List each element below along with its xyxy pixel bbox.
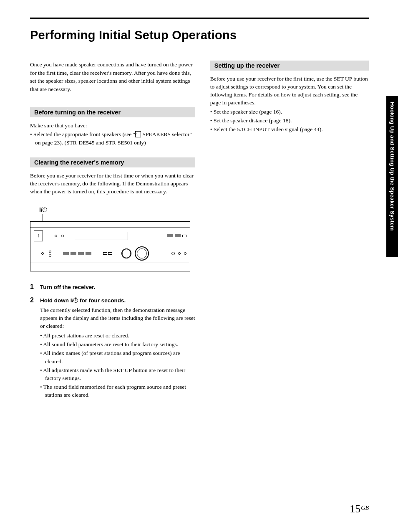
boxed-number-icon: 7: [135, 131, 141, 137]
receiver-diagram: [30, 221, 190, 271]
page-number-main: 15: [350, 503, 360, 515]
power-label-prefix: I/: [39, 206, 43, 213]
step-2-bullet-4: All adjustments made with the SET UP but…: [40, 366, 195, 382]
page-number: 15GB: [350, 503, 369, 515]
small-dial: [121, 248, 131, 258]
setup-bullet-3: Select the 5.1CH INPUT video signal (pag…: [210, 125, 369, 133]
section-head-setup: Setting up the receiver: [210, 61, 369, 71]
section-head-before: Before turning on the receiver: [30, 107, 195, 117]
before-lead: Make sure that you have:: [30, 122, 195, 129]
leader-line: [43, 214, 195, 221]
step-2-number: 2: [30, 296, 36, 400]
side-tab-label: Hooking Up and Setting Up the Speaker Sy…: [389, 102, 395, 231]
power-icon: [73, 298, 78, 303]
display-panel: [74, 232, 128, 240]
setup-lead: Before you use your receiver for the fir…: [210, 75, 369, 107]
power-icon: [43, 208, 47, 212]
eject-slot-icon: [34, 231, 43, 241]
clearing-lead: Before you use your receiver for the fir…: [30, 172, 195, 195]
step-2-bullet-1: All preset stations are reset or cleared…: [40, 332, 195, 339]
step-2-body: The currently selected function, then th…: [40, 306, 195, 330]
step-2-bullet-3: All index names (of preset stations and …: [40, 349, 195, 365]
section-head-clearing: Clearing the receiver's memory: [30, 157, 195, 167]
before-bullet-pre: Selected the appropriate front speakers …: [33, 131, 135, 137]
step-1: 1 Turn off the receiver.: [30, 283, 195, 291]
step-1-number: 1: [30, 283, 36, 291]
step-2-title-post: for four seconds.: [78, 297, 126, 304]
step-2-bullet-5: The sound field memorized for each progr…: [40, 383, 195, 399]
setup-bullet-2: Set the speaker distance (page 18).: [210, 117, 369, 124]
step-2-title-pre: Hold down I/: [40, 297, 73, 304]
before-bullet-1: Selected the appropriate front speakers …: [30, 130, 195, 146]
side-tab: Hooking Up and Setting Up the Speaker Sy…: [386, 96, 398, 257]
intro-paragraph: Once you have made speaker connections a…: [30, 61, 195, 93]
step-2-title: Hold down I/ for four seconds.: [40, 296, 195, 305]
step-2-bullet-2: All sound field parameters are reset to …: [40, 340, 195, 348]
setup-bullet-1: Set the speaker size (page 16).: [210, 108, 369, 116]
power-label: I/: [39, 206, 195, 213]
page-title: Performing Initial Setup Operations: [30, 28, 369, 42]
step-2: 2 Hold down I/ for four seconds. The cur…: [30, 296, 195, 400]
page-number-suffix: GB: [361, 505, 369, 511]
step-1-title: Turn off the receiver.: [40, 283, 195, 291]
main-dial: [135, 246, 149, 261]
